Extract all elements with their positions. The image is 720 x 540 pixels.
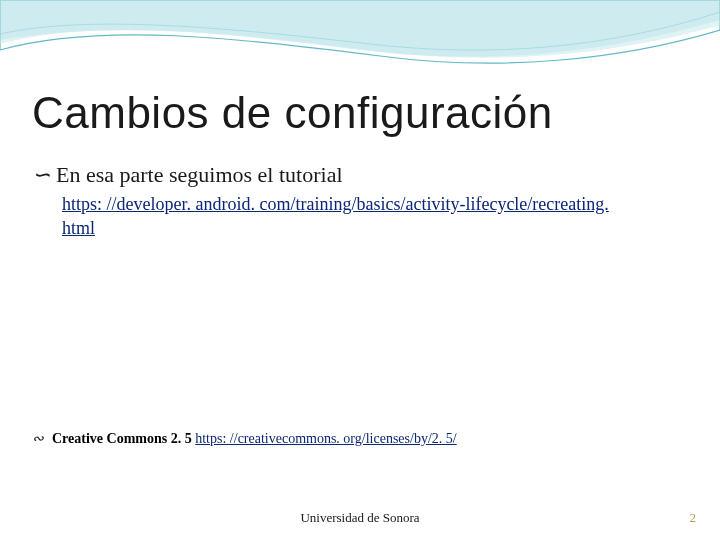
tutorial-link[interactable]: https: //developer. android. com/trainin… (62, 194, 609, 238)
slide: Cambios de configuración ∽ En esa parte … (0, 0, 720, 540)
bullet-item-1: ∽ En esa parte seguimos el tutorial (32, 162, 688, 188)
decorative-wave-top (0, 0, 720, 90)
cc-link[interactable]: https: //creativecommons. org/licenses/b… (195, 431, 456, 446)
cc-line: ∾ Creative Commons 2. 5 https: //creativ… (32, 430, 688, 447)
cc-label: Creative Commons 2. 5 (52, 431, 195, 446)
body-area: ∽ En esa parte seguimos el tutorial http… (32, 162, 688, 241)
footer-text: Universidad de Sonora (0, 510, 720, 526)
bullet-glyph-icon: ∾ (32, 430, 44, 447)
bullet-text: En esa parte seguimos el tutorial (56, 162, 343, 188)
page-number: 2 (690, 510, 697, 526)
bullet-glyph-icon: ∽ (32, 164, 50, 186)
tutorial-link-block: https: //developer. android. com/trainin… (62, 192, 622, 241)
cc-area: ∾ Creative Commons 2. 5 https: //creativ… (32, 430, 688, 447)
slide-title: Cambios de configuración (32, 88, 553, 138)
